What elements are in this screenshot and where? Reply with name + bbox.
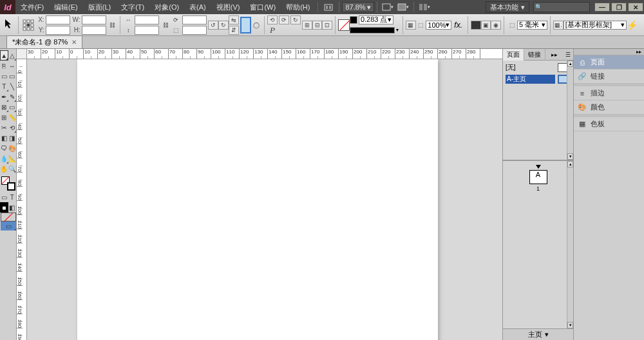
fill-stroke-swatches[interactable] xyxy=(1,176,14,189)
zoom-level[interactable]: 87.8%▾ xyxy=(342,2,374,12)
stroke-swatch-icon[interactable] xyxy=(350,16,357,24)
fx-icon[interactable]: fx. xyxy=(454,21,462,30)
apply-gradient-icon[interactable]: ◧ xyxy=(8,202,17,212)
master-scrollbar[interactable]: ▴▾ xyxy=(567,61,573,160)
paragraph-icon[interactable]: P xyxy=(267,26,278,35)
scale-y-input[interactable] xyxy=(135,26,159,35)
search-input[interactable]: 🔍 xyxy=(533,2,590,12)
shear-input[interactable] xyxy=(182,26,207,35)
ruler-origin-icon[interactable] xyxy=(17,49,27,59)
page-spread[interactable] xyxy=(77,59,438,340)
formatting-container-icon[interactable]: ▭ xyxy=(0,192,8,202)
direct-selection-tool[interactable]: △ xyxy=(8,50,16,61)
dock-collapse-icon[interactable]: ▸▸ xyxy=(574,49,644,55)
flip-rotate-2-icon[interactable]: ⟳ xyxy=(279,15,289,24)
scale-x-input[interactable] xyxy=(135,15,159,24)
measure-tool[interactable]: 📏 xyxy=(8,112,17,122)
gap-tool[interactable]: ↔ xyxy=(8,61,17,71)
dock-links[interactable]: 🔗链接 xyxy=(574,70,644,84)
view-mode-icon[interactable]: ▭ xyxy=(1,222,16,231)
dock-swatches[interactable]: ▦色板 xyxy=(574,117,644,131)
free-transform-tool[interactable]: ⟲ xyxy=(8,122,17,133)
opacity-input[interactable]: 100%▾ xyxy=(426,21,451,30)
minimize-button[interactable]: — xyxy=(594,3,610,12)
panel-collapse-icon[interactable]: ▸▸ xyxy=(549,52,560,58)
container-select-icon[interactable] xyxy=(240,17,252,33)
panel-menu-icon[interactable]: ☰ xyxy=(563,52,573,58)
rectangle-tool[interactable]: ▭ xyxy=(8,102,17,112)
text-wrap-bound-icon[interactable]: ▣ xyxy=(481,21,491,30)
pages-scrollbar[interactable]: ▴▾ xyxy=(567,161,573,328)
horizontal-ruler[interactable]: 3020100102030405060708090100110120130140… xyxy=(17,49,502,59)
document-tab[interactable]: *未命名-1 @ 87% ✕ xyxy=(6,35,82,48)
master-none-row[interactable]: [无] xyxy=(504,62,572,73)
type-tool[interactable]: T xyxy=(0,81,8,91)
zoom-tool[interactable]: 🔍 xyxy=(8,164,17,174)
h-input[interactable] xyxy=(82,26,106,35)
arrange-icon[interactable]: ▾ xyxy=(418,1,431,13)
text-wrap-shape-icon[interactable]: ◉ xyxy=(491,21,501,30)
table-tool[interactable]: ⊞ xyxy=(0,112,8,122)
dock-color[interactable]: 🎨颜色 xyxy=(574,100,644,115)
selection-tool[interactable]: ▲ xyxy=(0,50,8,61)
flip-rotate-3-icon[interactable]: ↻ xyxy=(290,15,301,24)
stroke-style-dropdown[interactable] xyxy=(350,27,395,33)
dock-pages[interactable]: ⎙页面 xyxy=(574,55,644,70)
page-thumb-1[interactable]: A xyxy=(529,170,547,184)
menu-edit[interactable]: 编辑(E) xyxy=(49,0,83,14)
text-wrap-none-icon[interactable]: ▢ xyxy=(471,21,481,30)
w-input[interactable] xyxy=(82,15,106,24)
close-tab-icon[interactable]: ✕ xyxy=(71,39,77,46)
flip-h-icon[interactable]: ⇋ xyxy=(229,15,239,24)
effects-icon[interactable]: ▦ xyxy=(406,21,416,30)
view-options-icon[interactable]: ▾ xyxy=(381,1,394,13)
center-content-icon[interactable]: ⊡ xyxy=(322,21,332,30)
color-theme-tool[interactable]: 🎨 xyxy=(8,143,17,153)
constrain-scale-icon[interactable]: ⛓ xyxy=(160,21,171,30)
gradient-feather-tool[interactable]: ◨ xyxy=(8,133,17,143)
reference-point-icon[interactable] xyxy=(21,18,35,32)
rectangle-frame-tool[interactable]: ⊠ xyxy=(0,102,8,112)
hand-tool[interactable]: ✋ xyxy=(0,164,8,174)
menu-file[interactable]: 文件(F) xyxy=(15,0,49,14)
flip-rotate-1-icon[interactable]: ⟲ xyxy=(267,15,278,24)
menu-object[interactable]: 对象(O) xyxy=(149,0,184,14)
apply-color-icon[interactable]: ■ xyxy=(0,202,8,212)
stroke-weight-input[interactable]: 0.283 点▾ xyxy=(359,15,393,24)
menu-text[interactable]: 文字(T) xyxy=(116,0,149,14)
pen-tool[interactable]: ✒ xyxy=(0,91,8,102)
measure-tool-2[interactable]: 📐 xyxy=(8,153,17,164)
menu-table[interactable]: 表(A) xyxy=(184,0,211,14)
fill-swatch-icon[interactable] xyxy=(338,19,350,31)
formatting-text-icon[interactable]: T xyxy=(8,192,17,202)
object-style-icon[interactable]: ▦. xyxy=(553,21,564,30)
eyedropper-tool[interactable]: 💧 xyxy=(0,153,8,164)
rotate-cw-icon[interactable]: ↻ xyxy=(218,21,229,30)
content-placer-tool[interactable]: ▭ xyxy=(8,71,17,81)
y-input[interactable] xyxy=(46,26,70,35)
page-tool[interactable]: ⎘ xyxy=(0,61,8,71)
canvas[interactable] xyxy=(27,59,502,340)
quick-apply-icon[interactable]: ⚡ xyxy=(627,20,638,30)
menu-layout[interactable]: 版面(L) xyxy=(83,0,116,14)
line-tool[interactable]: ╲ xyxy=(8,81,17,91)
object-style-dropdown[interactable]: [基本图形框架]▾ xyxy=(564,21,627,30)
x-input[interactable] xyxy=(46,15,70,24)
scissors-tool[interactable]: ✂ xyxy=(0,122,8,133)
corner-icon[interactable]: ⬚ xyxy=(507,21,517,30)
flip-v-icon[interactable]: ⇵ xyxy=(229,26,239,35)
fit-content-icon[interactable]: ⊞ xyxy=(302,21,312,30)
selection-mode-icon[interactable] xyxy=(3,16,15,34)
close-button[interactable]: ✕ xyxy=(628,3,643,12)
footer-dropdown-icon[interactable]: ▾ xyxy=(545,330,549,339)
rotate-input[interactable] xyxy=(182,15,207,24)
vertical-ruler[interactable]: 0102030405060708090100110120130140150160… xyxy=(17,59,27,340)
workspace-switcher[interactable]: 基本功能 ▾ xyxy=(486,1,529,13)
menu-window[interactable]: 窗口(W) xyxy=(245,0,281,14)
menu-view[interactable]: 视图(V) xyxy=(211,0,245,14)
screen-mode-icon[interactable]: ▾ xyxy=(397,1,410,13)
gradient-swatch-tool[interactable]: ◧ xyxy=(0,133,8,143)
pages-tab[interactable]: 页面 xyxy=(503,49,524,61)
content-select-icon[interactable]: ◯ xyxy=(251,21,261,30)
content-collector-tool[interactable]: ▭ xyxy=(0,71,8,81)
